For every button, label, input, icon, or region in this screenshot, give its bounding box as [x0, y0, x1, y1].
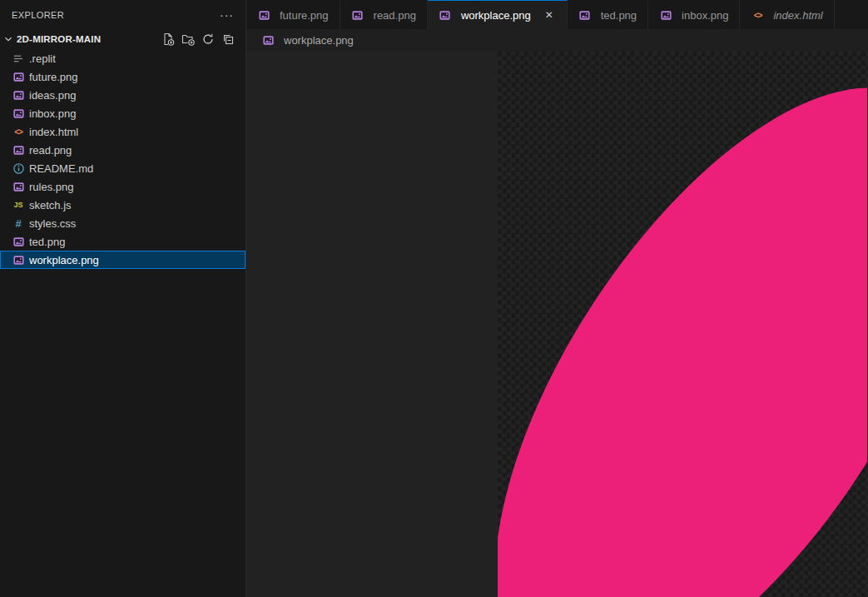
- tab-label: read.png: [374, 9, 416, 22]
- new-folder-icon[interactable]: [181, 32, 196, 47]
- image-file-icon: [12, 235, 25, 248]
- tab-index-html[interactable]: <>index.html: [740, 0, 834, 29]
- file-label: README.md: [29, 162, 93, 175]
- image-file-icon: [12, 88, 25, 102]
- image-file-icon: [12, 70, 25, 83]
- info-file-icon: [12, 162, 25, 175]
- image-file-icon: [578, 8, 592, 22]
- refresh-explorer-icon[interactable]: [201, 32, 216, 47]
- close-icon[interactable]: ✕: [543, 8, 556, 22]
- file-row-sketch-js[interactable]: JSsketch.js: [0, 196, 246, 214]
- tab-future-png[interactable]: future.png: [246, 0, 340, 29]
- project-section-header[interactable]: 2D-MIRROR-MAIN: [0, 29, 246, 49]
- more-actions-icon[interactable]: ···: [220, 11, 234, 19]
- tab-workplace-png[interactable]: workplace.png✕: [428, 0, 568, 29]
- file-row-replit[interactable]: .replit: [0, 49, 246, 67]
- file-row-ted-png[interactable]: ted.png: [0, 232, 246, 251]
- image-file-icon: [12, 253, 25, 266]
- html-file-icon: <>: [12, 125, 25, 138]
- tab-label: workplace.png: [461, 9, 531, 22]
- file-row-workplace-png[interactable]: workplace.png: [0, 251, 246, 269]
- explorer-actions: [161, 32, 242, 47]
- tab-label: future.png: [280, 9, 329, 22]
- tab-label: index.html: [773, 9, 822, 22]
- image-file-icon: [351, 8, 365, 22]
- list-file-icon: [12, 52, 25, 65]
- image-file-icon: [12, 143, 25, 157]
- image-preview-canvas[interactable]: [498, 52, 867, 597]
- image-file-icon: [439, 8, 452, 22]
- file-row-ideas-png[interactable]: ideas.png: [0, 86, 246, 104]
- editor-pane: [246, 52, 868, 597]
- file-row-README-md[interactable]: README.md: [0, 159, 246, 177]
- explorer-header: EXPLORER ···: [0, 0, 246, 29]
- file-label: future.png: [29, 71, 78, 83]
- file-label: styles.css: [29, 217, 76, 230]
- chevron-down-icon: [2, 32, 15, 46]
- tab-bar: future.pngread.pngworkplace.png✕ted.pngi…: [246, 0, 868, 29]
- file-label: workplace.png: [29, 254, 99, 266]
- file-label: index.html: [29, 126, 78, 138]
- file-label: .replit: [29, 52, 56, 65]
- image-preview-svg: [498, 52, 867, 597]
- html-file-icon: <>: [751, 8, 764, 22]
- tab-label: inbox.png: [682, 9, 728, 22]
- new-file-icon[interactable]: [161, 32, 176, 47]
- file-row-index-html[interactable]: <>index.html: [0, 122, 246, 141]
- image-file-icon: [12, 180, 25, 193]
- file-label: sketch.js: [29, 199, 72, 211]
- breadcrumb-label: workplace.png: [284, 34, 354, 47]
- file-row-inbox-png[interactable]: inbox.png: [0, 104, 246, 122]
- file-label: rules.png: [29, 181, 73, 193]
- explorer-title: EXPLORER: [12, 10, 64, 20]
- tab-read-png[interactable]: read.png: [340, 0, 428, 29]
- image-file-icon: [12, 107, 25, 120]
- collapse-folders-icon[interactable]: [221, 32, 236, 47]
- tab-ted-png[interactable]: ted.png: [568, 0, 648, 29]
- file-row-future-png[interactable]: future.png: [0, 67, 246, 86]
- image-file-icon: [261, 34, 275, 47]
- file-list: .replitfuture.pngideas.pnginbox.png<>ind…: [0, 49, 246, 597]
- file-row-styles-css[interactable]: #styles.css: [0, 214, 246, 232]
- file-label: read.png: [29, 144, 72, 157]
- explorer-sidebar: EXPLORER ··· 2D-MIRROR-MAIN .replitfutur…: [0, 0, 246, 597]
- file-label: ted.png: [29, 236, 65, 248]
- image-file-icon: [257, 8, 270, 22]
- pink-ellipse: [498, 52, 867, 597]
- project-name: 2D-MIRROR-MAIN: [17, 34, 161, 44]
- breadcrumb[interactable]: workplace.png: [246, 29, 868, 52]
- file-row-read-png[interactable]: read.png: [0, 141, 246, 159]
- css-file-icon: #: [12, 216, 25, 230]
- js-file-icon: JS: [12, 198, 25, 211]
- image-file-icon: [659, 8, 672, 22]
- tab-label: ted.png: [601, 9, 637, 22]
- file-label: ideas.png: [29, 89, 76, 102]
- vscode-window: EXPLORER ··· 2D-MIRROR-MAIN .replitfutur…: [0, 0, 868, 597]
- tab-inbox-png[interactable]: inbox.png: [648, 0, 740, 29]
- editor-group: future.pngread.pngworkplace.png✕ted.pngi…: [246, 0, 868, 597]
- file-label: inbox.png: [29, 107, 76, 120]
- file-row-rules-png[interactable]: rules.png: [0, 177, 246, 196]
